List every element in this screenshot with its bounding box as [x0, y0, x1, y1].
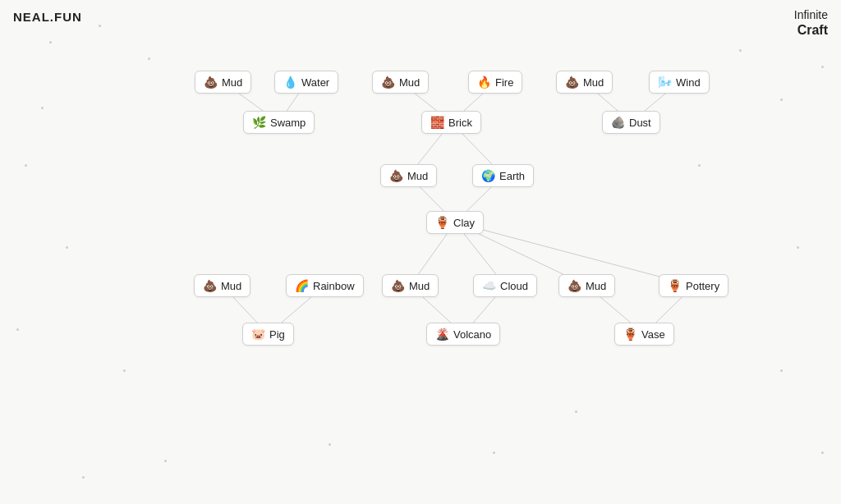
node-label: Mud — [409, 280, 430, 292]
node-label: Cloud — [500, 280, 528, 292]
decorative-dot — [739, 49, 742, 52]
element-node-rainbow1[interactable]: 🌈Rainbow — [286, 274, 364, 297]
decorative-dot — [780, 369, 783, 372]
node-emoji: 💩 — [568, 279, 581, 292]
decorative-dot — [123, 369, 126, 372]
node-emoji: 🌈 — [295, 279, 309, 292]
node-label: Wind — [676, 76, 701, 89]
decorative-dot — [493, 451, 495, 454]
element-node-earth1[interactable]: 🌍Earth — [472, 164, 534, 187]
node-label: Pottery — [686, 280, 719, 292]
node-label: Vase — [641, 328, 665, 341]
element-node-dust1[interactable]: 🪨Dust — [602, 111, 660, 134]
element-node-mud1[interactable]: 💩Mud — [195, 71, 251, 94]
node-emoji: ☁️ — [482, 279, 496, 292]
element-node-mud3[interactable]: 💩Mud — [556, 71, 613, 94]
decorative-dot — [66, 246, 68, 249]
element-node-clay1[interactable]: 🏺Clay — [426, 211, 484, 234]
element-node-pottery1[interactable]: 🏺Pottery — [659, 274, 728, 297]
node-label: Swamp — [270, 117, 306, 129]
element-node-swamp1[interactable]: 🌿Swamp — [243, 111, 315, 134]
element-node-mud5[interactable]: 💩Mud — [194, 274, 250, 297]
element-node-water1[interactable]: 💧Water — [274, 71, 338, 94]
decorative-dot — [821, 66, 824, 68]
branding: Infinite Craft — [794, 8, 828, 38]
node-label: Pig — [269, 328, 285, 341]
decorative-dot — [148, 57, 150, 60]
node-emoji: 🧱 — [430, 116, 444, 129]
element-node-brick1[interactable]: 🧱Brick — [421, 111, 481, 134]
branding-infinite: Infinite — [794, 8, 828, 22]
element-node-mud7[interactable]: 💩Mud — [558, 274, 615, 297]
decorative-dot — [698, 164, 701, 167]
decorative-dot — [797, 246, 799, 249]
node-emoji: 💩 — [391, 279, 405, 292]
element-node-fire1[interactable]: 🔥Fire — [468, 71, 522, 94]
branding-craft: Craft — [794, 22, 828, 38]
element-node-vase1[interactable]: 🏺Vase — [614, 323, 674, 346]
node-emoji: 💩 — [204, 76, 218, 89]
node-emoji: 💩 — [381, 76, 395, 89]
node-label: Mud — [407, 170, 428, 182]
node-label: Mud — [586, 280, 606, 292]
node-label: Fire — [495, 76, 513, 89]
node-label: Clay — [453, 217, 475, 229]
node-emoji: 🏺 — [668, 279, 682, 292]
node-label: Mud — [222, 76, 242, 89]
decorative-dot — [780, 99, 783, 101]
node-label: Dust — [629, 117, 651, 129]
element-node-pig1[interactable]: 🐷Pig — [242, 323, 294, 346]
decorative-dot — [164, 460, 167, 462]
element-node-cloud1[interactable]: ☁️Cloud — [473, 274, 537, 297]
decorative-dot — [16, 328, 19, 331]
node-emoji: 🪨 — [611, 116, 625, 129]
element-node-mud2[interactable]: 💩Mud — [372, 71, 429, 94]
node-emoji: 🌋 — [435, 328, 449, 341]
decorative-dot — [25, 164, 27, 167]
node-emoji: 🌿 — [252, 116, 266, 129]
node-label: Mud — [583, 76, 604, 89]
node-emoji: 💩 — [565, 76, 579, 89]
node-label: Mud — [399, 76, 420, 89]
logo: NEAL.FUN — [13, 10, 82, 24]
decorative-dot — [82, 476, 85, 479]
element-node-mud4[interactable]: 💩Mud — [380, 164, 437, 187]
node-emoji: 🏺 — [623, 328, 637, 341]
node-label: Rainbow — [313, 280, 355, 292]
decorative-dot — [49, 41, 52, 44]
node-label: Volcano — [453, 328, 491, 341]
decorative-dot — [99, 25, 101, 27]
node-emoji: 🐷 — [251, 328, 265, 341]
element-node-wind1[interactable]: 🌬️Wind — [649, 71, 710, 94]
decorative-dot — [575, 410, 577, 413]
node-emoji: 💧 — [283, 76, 297, 89]
element-node-mud6[interactable]: 💩Mud — [382, 274, 439, 297]
node-label: Earth — [499, 170, 525, 182]
node-emoji: 🌬️ — [658, 76, 672, 89]
element-node-volcano1[interactable]: 🌋Volcano — [426, 323, 500, 346]
node-emoji: 🏺 — [435, 216, 449, 229]
node-emoji: 💩 — [389, 169, 403, 182]
decorative-dot — [821, 451, 824, 454]
node-label: Mud — [221, 280, 241, 292]
node-label: Water — [301, 76, 329, 89]
node-label: Brick — [448, 117, 472, 129]
node-emoji: 🔥 — [477, 76, 491, 89]
node-emoji: 🌍 — [481, 169, 495, 182]
node-emoji: 💩 — [203, 279, 217, 292]
decorative-dot — [329, 443, 331, 446]
decorative-dot — [41, 107, 44, 109]
